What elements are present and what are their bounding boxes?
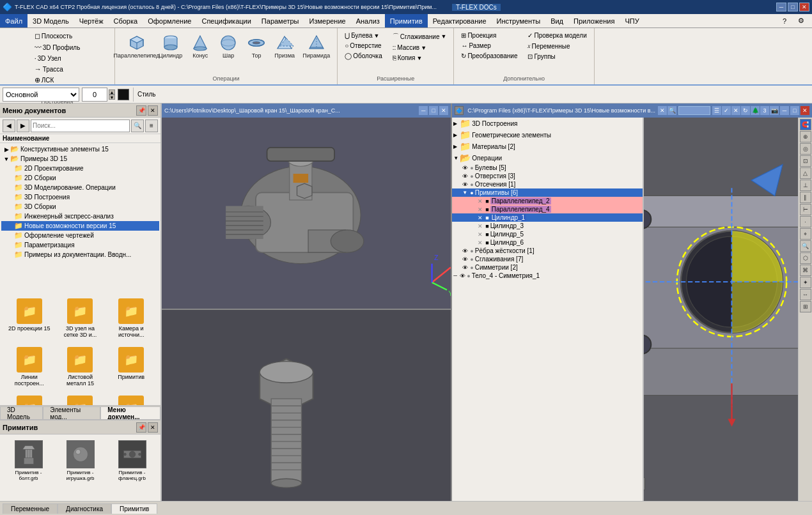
primitiv-toy[interactable]: Примитив - игрушка.grb [56,438,105,483]
ribbon-btn-projection[interactable]: ⊞ Проекция [458,31,520,40]
snap-btn-3[interactable]: ◎ [800,143,811,155]
snap-btn-2[interactable]: ⊕ [800,131,811,142]
bottom-3d-view[interactable] [162,310,451,501]
snap-btn-9[interactable]: · [800,216,811,227]
menu-formatting[interactable]: Оформление [143,14,196,27]
tree-search-input[interactable] [31,119,130,132]
rt-cuts[interactable]: 👁 ● Отсечения [1] [452,180,643,188]
status-tab-diagnostics[interactable]: Диагностика [58,503,111,514]
rv-btn-camera[interactable]: 📷 [770,106,779,115]
tree-item-2dassembly[interactable]: 📁 2D Сборки [1,173,159,183]
file-item-3dnode[interactable]: 📁 3D узел на сетке 3D и... [56,295,105,341]
close-button[interactable]: ✕ [799,3,809,12]
ribbon-btn-tor[interactable]: Тор [243,31,270,61]
rt-boolean[interactable]: 👁 ● Булевы [5] [452,164,643,172]
ribbon-btn-3dprofile[interactable]: 〰 3D Профиль [31,42,84,52]
menu-measure[interactable]: Измерение [304,14,351,27]
snap-btn-5[interactable]: △ [800,167,811,179]
tree-item-3dassembly[interactable]: 📁 3D Сборки [1,202,159,211]
rt-materials[interactable]: ▶ 📁 Материалы [2] [452,141,643,152]
rt-ribs[interactable]: 👁 ● Рёбра жёсткости [1] [452,247,643,255]
ribbon-btn-lsk[interactable]: ⊕ ЛСК [31,75,84,86]
minimize-button[interactable]: ─ [776,3,786,12]
rv-btn-filter[interactable]: ☰ [712,106,721,115]
rv-btn-check[interactable]: ✓ [722,106,731,115]
panel-pin-btn[interactable]: 📌 [136,105,146,116]
menu-drawing[interactable]: Чертёж [74,14,109,27]
tab-elements[interactable]: Элементы мод... [43,406,100,419]
rt-cyl3[interactable]: ✕ ■ Цилиндр_3 [452,222,643,230]
rt-par4[interactable]: ✕ ■ Параллелепипед_4 [452,205,643,213]
tree-menu-btn[interactable]: ≡ [145,119,158,132]
rt-cyl5[interactable]: ✕ ■ Цилиндр_5 [452,230,643,238]
rv-btn-3d[interactable]: 3 [760,106,769,115]
ribbon-btn-sphere[interactable]: Шар [215,31,242,61]
ribbon-btn-prism[interactable]: Призма [271,31,298,61]
ribbon-btn-3dnode[interactable]: · 3D Узел [31,53,84,63]
right-viewport-close[interactable]: ✕ [800,106,809,115]
tab-menu-docs[interactable]: Меню докумен... [100,406,160,419]
menu-help[interactable]: ? [777,16,792,26]
num-down-btn[interactable]: ▼ [109,95,115,100]
ribbon-btn-groups[interactable]: ⊡ Группы [524,52,589,61]
maximize-button[interactable]: □ [788,3,798,12]
ribbon-btn-array[interactable]: :: Массив ▼ [389,43,450,52]
rv-btn-2[interactable]: 🔍 [668,106,676,115]
snap-btn-4[interactable]: ⊡ [800,155,811,167]
tree-item-2dproj[interactable]: 📁 2D Проектирование [1,164,159,173]
status-tab-variables[interactable]: Переменные [3,503,58,514]
ribbon-btn-shell[interactable]: ◯ Оболочка [341,51,386,61]
snap-btn-7[interactable]: ∥ [800,192,811,203]
file-item-solid[interactable]: 📁 Твёрдое тело по т... [107,392,155,405]
snap-btn-16[interactable]: ⊞ [800,301,811,312]
tree-item-docexamples[interactable]: 📁 Примеры из документации. Вводн... [1,250,159,259]
primitiv-flange[interactable]: Примитив - фланец.grb [107,438,157,483]
rt-operations[interactable]: ▼ 📂 Операции [452,152,643,164]
tree-item-3dmodel[interactable]: 📁 3D Моделирование. Операции [1,183,159,192]
ribbon-btn-parallelepiped[interactable]: Параллелепипед [119,31,154,61]
rt-primitives[interactable]: ▼ ● Примитивы [6] [452,188,643,197]
snap-btn-6[interactable]: ⊥ [800,180,811,191]
ribbon-btn-boolean[interactable]: ⋃ Булева ▼ [341,31,386,40]
snap-btn-1[interactable]: 🧲 [800,119,811,130]
file-item-splitface[interactable]: 📁 Разделение граней [5,392,54,405]
left-viewport-close[interactable]: ✕ [439,106,448,115]
snap-btn-15[interactable]: ↔ [800,289,811,300]
style-select[interactable]: Основной [3,88,79,102]
ribbon-btn-copy[interactable]: ⎘ Копия ▼ [389,53,450,63]
tree-search-btn[interactable]: 🔍 [131,119,144,132]
menu-3dmodel[interactable]: 3D Модель [27,14,74,27]
rt-par2[interactable]: ✕ ■ Параллелепипед_2 [452,197,643,205]
menu-analysis[interactable]: Анализ [351,14,385,27]
right-viewport-max[interactable]: □ [790,106,799,115]
rt-geom[interactable]: ▶ 📁 Геометрические элементы [452,129,643,141]
rv-search-bar[interactable] [678,106,710,115]
file-item-lines[interactable]: 📁 Линии построен... [5,344,54,390]
menu-specs[interactable]: Спецификации [196,14,256,27]
menu-view[interactable]: Вид [545,14,568,27]
menu-tools[interactable]: Инструменты [492,14,546,27]
primitiv-pin-btn[interactable]: 📌 [136,422,146,433]
left-viewport-max[interactable]: □ [429,106,438,115]
rt-cyl1[interactable]: ✕ ■ Цилиндр_1 [452,213,643,222]
tree-item-format[interactable]: 📁 Оформление чертежей [1,231,159,240]
rt-holes[interactable]: 👁 ● Отверстия [3] [452,172,643,180]
file-item-primitiv[interactable]: 📁 Примитив [107,344,155,390]
rt-cyl6[interactable]: ✕ ■ Цилиндр_6 [452,238,643,247]
right-3d-canvas[interactable]: X Y Z [644,118,812,501]
snap-btn-10[interactable]: ⌖ [800,228,811,240]
left-viewport-min[interactable]: ─ [419,106,428,115]
num-up-btn[interactable]: ▲ [109,89,115,95]
rv-btn-x[interactable]: ✕ [731,106,740,115]
snap-btn-11[interactable]: 🔍 [800,240,811,252]
panel-close-btn[interactable]: ✕ [148,105,158,116]
rt-3dbuilds[interactable]: ▶ 📁 3D Построения [452,118,643,129]
ribbon-btn-plane[interactable]: ◻ Плоскость [31,31,84,42]
rv-btn-tree[interactable]: 🌲 [751,106,760,115]
tree-nav-fwd[interactable]: ▶ [17,119,29,132]
snap-btn-14[interactable]: ✦ [800,277,811,288]
right-viewport-min[interactable]: ─ [780,106,789,115]
ribbon-btn-size[interactable]: ↔ Размер [458,41,520,50]
rt-smooth[interactable]: 👁 ● Сглаживания [7] [452,255,643,263]
tree-item-newfeatures[interactable]: 📁 Новые возможности версии 15 [1,221,159,231]
